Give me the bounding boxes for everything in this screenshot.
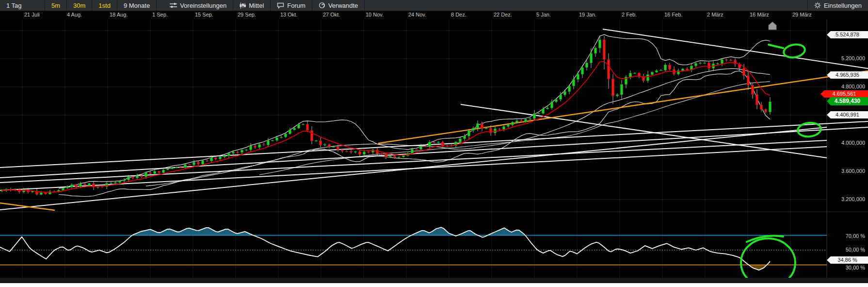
price-badge-green: 4.589,430 bbox=[827, 97, 868, 105]
timeframe-30m-label: 30m bbox=[73, 2, 85, 9]
rsi-guides-layer bbox=[0, 236, 827, 265]
date-tick-label: 1 Sep. bbox=[152, 12, 168, 17]
timeframe-1std-button[interactable]: 1std bbox=[92, 0, 117, 11]
price-gridline-label: 3.200,000 bbox=[826, 196, 865, 202]
ema-layer bbox=[2, 62, 770, 193]
chart-canvas[interactable] bbox=[0, 0, 868, 287]
forum-button[interactable]: Forum bbox=[271, 0, 312, 11]
time-scrollbar[interactable] bbox=[0, 278, 868, 283]
eye-icon bbox=[319, 2, 325, 9]
green-circle-annotation bbox=[783, 43, 806, 59]
date-tick-label: 19 Jan. bbox=[579, 12, 596, 17]
date-tick-label: 18 Aug. bbox=[110, 12, 128, 17]
sliders-icon bbox=[170, 2, 177, 8]
price-badge-white: 4.965,935 bbox=[827, 71, 868, 79]
date-tick-label: 13 Okt. bbox=[280, 12, 297, 17]
trendlines-layer bbox=[0, 29, 868, 210]
rsi-gridline-label: 30,00 % bbox=[826, 265, 865, 270]
date-tick-label: 16 März bbox=[750, 12, 769, 17]
date-tick-label: 27 Okt. bbox=[323, 12, 340, 17]
date-tick-label: 5 Jan. bbox=[536, 12, 551, 17]
rsi-current-badge: 34,86 % bbox=[827, 256, 868, 264]
date-tick-label: 24 Nov. bbox=[408, 12, 426, 17]
price-gridline-label: 5.200,000 bbox=[826, 55, 865, 61]
price-gridline-label: 4.800,000 bbox=[826, 84, 865, 89]
timeframe-5m-label: 5m bbox=[51, 2, 60, 9]
date-tick-label: 29 März bbox=[792, 12, 812, 17]
range-label: 9 Monate bbox=[124, 2, 150, 9]
timeframe-1day-label: 1 Tag bbox=[6, 2, 22, 9]
voreinstellungen-button[interactable]: Voreinstellungen bbox=[163, 0, 233, 11]
price-gridline-label: 4.000,000 bbox=[826, 140, 865, 146]
date-axis[interactable]: 21 Juli4 Aug.18 Aug.1 Sep.15 Sep.29 Sep.… bbox=[0, 11, 868, 19]
timeframe-30m-button[interactable]: 30m bbox=[67, 0, 92, 11]
date-tick-label: 8 Dez. bbox=[451, 12, 466, 17]
date-tick-label: 10 Nov. bbox=[366, 12, 384, 17]
rsi-gridline-label: 70,00 % bbox=[826, 233, 865, 239]
date-tick-label: 16 Feb. bbox=[664, 12, 682, 17]
rsi-line-layer bbox=[0, 227, 770, 270]
speech-bubble-icon bbox=[277, 2, 284, 9]
date-tick-label: 2 März bbox=[707, 12, 723, 17]
verwandte-button[interactable]: Verwandte bbox=[312, 0, 365, 11]
date-tick-label: 15 Sep. bbox=[195, 12, 213, 17]
event-marker-icon bbox=[769, 22, 776, 30]
rsi-gridline-label: 50,00 % bbox=[826, 247, 865, 253]
page-background-strip bbox=[0, 283, 868, 287]
timeframe-1day-button[interactable]: 1 Tag bbox=[0, 0, 45, 11]
range-9-monate-button[interactable]: 9 Monate bbox=[117, 0, 157, 11]
timeframe-5m-button[interactable]: 5m bbox=[45, 0, 67, 11]
mittel-label: Mittel bbox=[249, 2, 264, 9]
voreinstellungen-label: Voreinstellungen bbox=[180, 2, 226, 9]
timeframe-1std-label: 1std bbox=[98, 2, 111, 9]
green-annotation-tail bbox=[769, 45, 783, 48]
price-gridline-label: 3.600,000 bbox=[826, 168, 865, 174]
einstellungen-button[interactable]: Einstellungen bbox=[807, 0, 868, 11]
price-badge-red: 4.695,561 bbox=[820, 90, 868, 98]
verwandte-label: Verwandte bbox=[328, 2, 358, 9]
einstellungen-label: Einstellungen bbox=[824, 2, 862, 9]
annotations-layer bbox=[741, 22, 821, 287]
mittel-button[interactable]: Mittel bbox=[233, 0, 271, 11]
toolbar: 1 Tag 5m 30m 1std 9 Monate Voreinstellun… bbox=[0, 0, 868, 11]
date-tick-label: 29 Sep. bbox=[238, 12, 256, 17]
forum-label: Forum bbox=[287, 2, 305, 9]
date-tick-label: 21 Juli bbox=[24, 12, 40, 17]
price-badge-white: 5.524,878 bbox=[827, 31, 868, 38]
date-tick-label: 2 Feb. bbox=[622, 12, 637, 17]
chart-application: 1 Tag 5m 30m 1std 9 Monate Voreinstellun… bbox=[0, 0, 868, 287]
date-tick-label: 4 Aug. bbox=[67, 12, 82, 17]
date-tick-label: 22 Dez. bbox=[494, 12, 512, 17]
price-badge-white: 4.406,991 bbox=[827, 111, 868, 118]
gear-icon bbox=[814, 2, 821, 9]
candles-icon bbox=[240, 2, 246, 9]
